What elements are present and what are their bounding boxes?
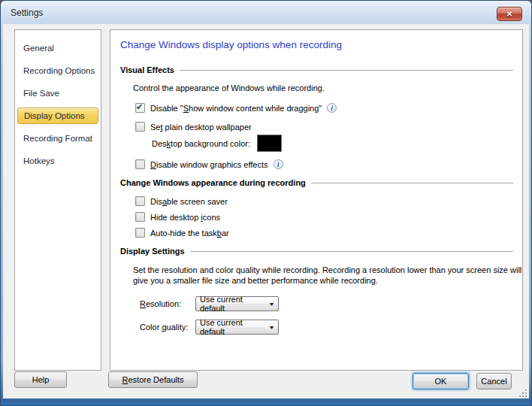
sidebar-item-file-save[interactable]: File Save [17,82,98,105]
plain-wallpaper-label[interactable]: Set plain desktop wallpaper [150,123,252,132]
disable-screensaver-label[interactable]: Disable screen saver [150,197,228,206]
disable-effects-label[interactable]: Disable window graphics effects [150,160,268,169]
cancel-button[interactable]: Cancel [476,373,512,389]
dropdown-value: Use current default [200,295,269,313]
help-button[interactable]: Help [14,371,67,388]
info-icon[interactable]: i [274,159,283,169]
plain-wallpaper-row: Set plain desktop wallpaper [135,122,513,132]
desktop-bg-color-swatch[interactable] [257,135,282,152]
main-panel: Change Windows display options when reco… [110,29,523,371]
section-rule [180,70,513,71]
color-quality-dropdown[interactable]: Use current default ▼ [195,320,279,335]
desktop-bg-color-row: Desktop background color: [152,135,513,152]
title-bar[interactable]: Settings ✕ [1,1,531,24]
color-quality-row: Color quality: Use current default ▼ [140,320,513,335]
close-button[interactable]: ✕ [497,7,522,21]
display-settings-description: Set the resolution and color quality whi… [133,265,523,286]
resolution-row: Resolution: Use current default ▼ [140,296,513,311]
resolution-dropdown[interactable]: Use current default ▼ [195,296,279,311]
resolution-label: Resolution: [140,299,195,308]
sidebar-item-recording-options[interactable]: Recording Options [17,59,98,82]
page-title: Change Windows display options when reco… [120,39,513,50]
chevron-down-icon: ▼ [268,301,275,307]
sidebar-item-general[interactable]: General [17,37,98,59]
section-title: Visual Effects [120,65,174,74]
sidebar-item-hotkeys[interactable]: Hotkeys [17,150,98,172]
autohide-taskbar-checkbox[interactable] [135,228,145,238]
resize-grip[interactable] [518,389,527,398]
sidebar-item-display-options[interactable]: Display Options [17,108,98,124]
settings-window: Settings ✕ General Recording Options Fil… [0,0,532,406]
window-title: Settings [1,8,43,18]
color-quality-label: Color quality: [140,323,195,332]
hide-desktop-icons-label[interactable]: Hide desktop icons [150,213,220,222]
disable-drag-checkbox[interactable] [135,103,145,113]
settings-sidebar: General Recording Options File Save Disp… [14,29,101,371]
chevron-down-icon: ▼ [268,325,275,330]
disable-screensaver-checkbox[interactable] [135,196,145,206]
info-icon[interactable]: i [327,103,337,113]
ok-button[interactable]: OK [413,373,469,389]
section-visual-effects-header: Visual Effects [120,65,513,74]
hide-desktop-icons-checkbox[interactable] [135,212,145,222]
desktop-bg-color-label: Desktop background color: [152,139,250,148]
plain-wallpaper-checkbox[interactable] [135,122,145,132]
autohide-taskbar-row: Auto-hide the taskbar [135,228,513,238]
section-appearance-header: Change Windows appearance during recordi… [120,178,513,187]
section-rule [190,251,513,252]
hide-icons-row: Hide desktop icons [135,212,513,222]
dropdown-value: Use current default [200,318,269,336]
disable-drag-label[interactable]: Disable "Show window content while dragg… [150,104,322,113]
visual-effects-intro: Control the appearance of Windows while … [133,83,513,92]
section-title: Display Settings [120,247,185,256]
sidebar-item-recording-format[interactable]: Recording Format [17,127,98,150]
screensaver-row: Disable screen saver [135,196,513,206]
restore-defaults-button[interactable]: Restore Defaults [108,371,198,388]
close-icon: ✕ [506,10,512,18]
disable-effects-row: Disable window graphics effects i [135,159,513,169]
autohide-taskbar-label[interactable]: Auto-hide the taskbar [150,229,229,238]
dialog-client-area: General Recording Options File Save Disp… [3,24,529,398]
section-title: Change Windows appearance during recordi… [120,178,306,187]
section-rule [311,183,513,183]
section-display-settings-header: Display Settings [120,247,513,256]
disable-effects-checkbox[interactable] [135,159,145,169]
disable-drag-row: Disable "Show window content while dragg… [135,103,513,113]
